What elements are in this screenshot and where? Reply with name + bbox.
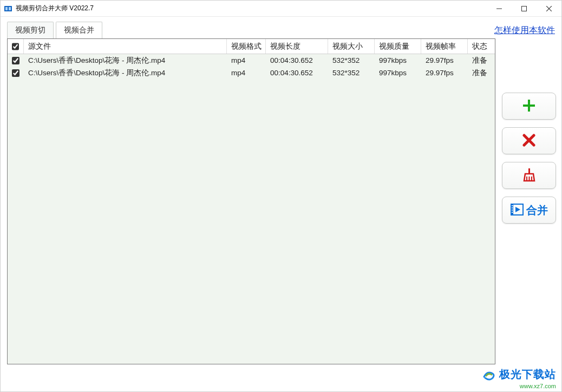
cell-quality: 997kbps <box>375 68 421 78</box>
action-buttons: 合并 <box>502 93 556 224</box>
header-quality[interactable]: 视频质量 <box>375 39 421 54</box>
cell-format: mp4 <box>227 55 266 66</box>
app-icon <box>4 4 12 13</box>
swirl-icon <box>482 369 496 383</box>
remove-button[interactable] <box>502 127 556 154</box>
cell-fps: 29.97fps <box>421 68 468 78</box>
svg-rect-18 <box>512 207 513 208</box>
cell-source: C:\Users\香香\Desktop\花海 - 周杰伦.mp4 <box>24 55 227 67</box>
file-list-panel: 源文件 视频格式 视频长度 视频大小 视频质量 视频帧率 状态 C:\Users… <box>7 38 495 364</box>
row-checkbox[interactable] <box>12 57 19 64</box>
header-duration[interactable]: 视频长度 <box>266 39 328 54</box>
footer-brand: 极光下载站 <box>499 368 556 380</box>
header-status[interactable]: 状态 <box>468 39 495 54</box>
add-button[interactable] <box>502 93 556 120</box>
merge-button-label: 合并 <box>526 203 548 218</box>
close-button[interactable] <box>537 1 561 16</box>
svg-marker-21 <box>515 207 520 212</box>
cell-duration: 00:04:30.652 <box>266 55 328 66</box>
cell-source: C:\Users\香香\Desktop\花海 - 周杰伦.mp4 <box>24 67 227 79</box>
svg-rect-2 <box>9 7 11 10</box>
table-row[interactable]: C:\Users\香香\Desktop\花海 - 周杰伦.mp4mp400:04… <box>8 54 495 67</box>
svg-rect-20 <box>512 212 513 213</box>
footer-url: www.xz7.com <box>482 383 556 389</box>
merge-button[interactable]: 合并 <box>502 197 556 224</box>
plus-icon <box>521 98 537 115</box>
header-checkbox-cell <box>8 39 24 54</box>
row-checkbox[interactable] <box>12 69 19 77</box>
help-link[interactable]: 怎样使用本软件 <box>494 25 555 38</box>
maximize-button[interactable] <box>512 1 537 16</box>
svg-rect-1 <box>5 7 8 10</box>
svg-rect-4 <box>522 6 527 11</box>
cell-format: mp4 <box>227 68 266 78</box>
svg-rect-17 <box>512 205 513 206</box>
header-source[interactable]: 源文件 <box>24 39 227 54</box>
table-row[interactable]: C:\Users\香香\Desktop\花海 - 周杰伦.mp4mp400:04… <box>8 67 495 79</box>
cell-size: 532*352 <box>328 55 375 66</box>
svg-rect-11 <box>528 168 530 174</box>
minimize-button[interactable] <box>487 1 512 16</box>
header-size[interactable]: 视频大小 <box>328 39 375 54</box>
window-controls <box>487 1 561 16</box>
cell-size: 532*352 <box>328 68 375 78</box>
tab-video-cut[interactable]: 视频剪切 <box>7 22 54 38</box>
window-title: 视频剪切合并大师 V2022.7 <box>16 4 94 13</box>
svg-rect-8 <box>523 104 535 107</box>
header-fps[interactable]: 视频帧率 <box>421 39 468 54</box>
cell-fps: 29.97fps <box>421 55 468 66</box>
cell-status: 准备 <box>468 55 495 67</box>
select-all-checkbox[interactable] <box>12 43 19 50</box>
clear-button[interactable] <box>502 162 556 189</box>
row-checkbox-cell <box>8 56 24 66</box>
x-icon <box>522 133 536 149</box>
table-body: C:\Users\香香\Desktop\花海 - 周杰伦.mp4mp400:04… <box>8 54 495 364</box>
tab-bar: 视频剪切 视频合并 <box>7 22 104 38</box>
film-merge-icon <box>510 202 524 218</box>
table-header: 源文件 视频格式 视频长度 视频大小 视频质量 视频帧率 状态 <box>8 39 495 54</box>
top-row: 视频剪切 视频合并 怎样使用本软件 <box>1 17 561 38</box>
cell-quality: 997kbps <box>375 55 421 66</box>
svg-rect-19 <box>512 210 513 211</box>
tab-video-merge[interactable]: 视频合并 <box>56 22 102 38</box>
row-checkbox-cell <box>8 68 24 78</box>
header-format[interactable]: 视频格式 <box>227 39 266 54</box>
footer-logo: 极光下载站 www.xz7.com <box>482 368 556 389</box>
cell-duration: 00:04:30.652 <box>266 68 328 78</box>
broom-icon <box>521 167 537 184</box>
cell-status: 准备 <box>468 67 495 79</box>
titlebar: 视频剪切合并大师 V2022.7 <box>1 1 561 17</box>
